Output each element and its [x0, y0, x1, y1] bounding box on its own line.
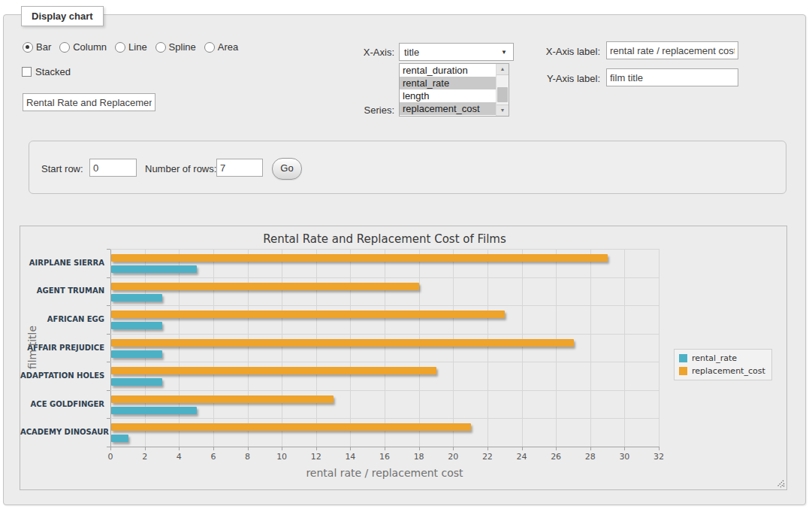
legend-label: replacement_cost	[692, 366, 765, 376]
scrollbar-thumb[interactable]	[497, 87, 508, 102]
stacked-checkbox-row[interactable]: Stacked	[22, 66, 71, 77]
grid-line-vertical	[282, 249, 282, 447]
radio-label: Spline	[169, 41, 196, 53]
radio-icon[interactable]	[115, 42, 125, 53]
series-option-rental_duration[interactable]: rental_duration	[400, 64, 509, 77]
x-axis-line	[110, 447, 659, 447]
resize-grip-icon[interactable]	[775, 478, 785, 488]
x-axis-selected-value: title	[404, 47, 419, 58]
bar-rental_rate[interactable]	[111, 350, 162, 358]
grid-line-vertical	[350, 249, 351, 447]
scroll-up-icon[interactable]: ▲	[497, 64, 509, 75]
bar-replacement_cost[interactable]	[111, 283, 419, 290]
legend-item-replacement_cost[interactable]: replacement_cost	[679, 366, 765, 376]
chart-type-option-column[interactable]: Column	[59, 41, 107, 53]
scroll-down-icon[interactable]: ▼	[497, 105, 509, 116]
radio-label: Bar	[36, 41, 51, 53]
grid-line-horizontal	[110, 334, 659, 335]
grid-line-horizontal	[110, 305, 659, 306]
grid-line-vertical	[179, 249, 180, 447]
grid-line-vertical	[522, 249, 523, 447]
chart-container: Rental Rate and Replacement Cost of Film…	[20, 226, 787, 490]
x-axis-title: rental rate / replacement cost	[110, 467, 659, 479]
bar-replacement_cost[interactable]	[111, 423, 471, 431]
chart-type-option-spline[interactable]: Spline	[155, 41, 196, 53]
bar-rental_rate[interactable]	[111, 294, 162, 301]
radio-label: Line	[128, 41, 147, 53]
grid-line-vertical	[385, 249, 385, 447]
x-tick-label: 32	[647, 452, 670, 462]
start-row-input[interactable]	[89, 159, 137, 177]
legend-label: rental_rate	[692, 353, 737, 363]
go-button[interactable]: Go	[272, 158, 302, 180]
x-tick-mark	[659, 447, 660, 450]
radio-label: Area	[218, 41, 238, 53]
x-tick-label: 26	[545, 452, 567, 462]
grid-line-vertical	[213, 249, 214, 447]
x-tick-label: 8	[237, 452, 259, 462]
x-axis-select-label: X-Axis:	[315, 47, 394, 58]
x-axis-label-label: X-Axis label:	[530, 46, 600, 57]
y-tick-mark	[107, 277, 110, 278]
series-option-rental_rate[interactable]: rental_rate	[400, 77, 509, 89]
series-option-length[interactable]: length	[400, 89, 509, 102]
x-tick-label: 22	[476, 452, 499, 462]
bar-replacement_cost[interactable]	[111, 339, 574, 347]
x-tick-label: 16	[373, 452, 396, 462]
y-axis-label-input[interactable]	[606, 68, 738, 86]
bar-replacement_cost[interactable]	[111, 254, 608, 262]
x-tick-label: 18	[408, 452, 430, 462]
grid-line-vertical	[488, 249, 488, 447]
series-options: rental_durationrental_ratelengthreplacem…	[400, 64, 509, 115]
x-tick-label: 12	[305, 452, 328, 462]
radio-label: Column	[73, 41, 107, 53]
series-multiselect[interactable]: rental_durationrental_ratelengthreplacem…	[399, 63, 509, 117]
y-tick-mark	[107, 447, 110, 447]
x-axis-select[interactable]: title ▼	[399, 43, 514, 61]
stacked-checkbox[interactable]	[22, 67, 32, 77]
chart-type-radio-group: BarColumnLineSplineArea	[23, 41, 238, 53]
y-tick-mark	[107, 418, 110, 419]
series-option-replacement_cost[interactable]: replacement_cost	[400, 102, 509, 115]
radio-icon[interactable]	[204, 42, 215, 53]
chart-type-option-bar[interactable]: Bar	[23, 41, 51, 53]
radio-icon[interactable]	[59, 42, 70, 53]
chart-title-input[interactable]	[23, 93, 155, 111]
series-select-label: Series:	[315, 105, 394, 116]
chart-type-option-area[interactable]: Area	[204, 41, 238, 53]
x-axis-label-input[interactable]	[606, 41, 738, 59]
bar-rental_rate[interactable]	[111, 265, 197, 273]
y-axis-label-label: Y-Axis label:	[530, 73, 600, 84]
x-tick-label: 4	[168, 452, 190, 462]
category-label: ACADEMY DINOSAUR	[20, 428, 104, 436]
row-range-form	[29, 141, 786, 194]
x-tick-label: 2	[134, 452, 156, 462]
chart-legend: rental_ratereplacement_cost	[674, 349, 772, 380]
grid-line-vertical	[248, 249, 249, 447]
dropdown-arrow-icon: ▼	[501, 49, 507, 56]
y-tick-mark	[107, 362, 110, 362]
number-of-rows-input[interactable]	[216, 159, 263, 177]
bar-replacement_cost[interactable]	[111, 395, 334, 403]
bar-rental_rate[interactable]	[111, 435, 128, 442]
chart-type-option-line[interactable]: Line	[115, 41, 147, 53]
grid-line-vertical	[145, 249, 146, 447]
series-scrollbar[interactable]: ▲ ▼	[496, 64, 509, 116]
y-axis-line	[110, 249, 111, 447]
bar-replacement_cost[interactable]	[111, 367, 436, 374]
legend-swatch-icon	[679, 354, 687, 362]
y-axis-title: film title	[26, 272, 38, 423]
bar-replacement_cost[interactable]	[111, 311, 505, 318]
bar-rental_rate[interactable]	[111, 407, 197, 414]
start-row-label: Start row:	[41, 163, 83, 174]
x-tick-label: 24	[511, 452, 533, 462]
legend-item-rental_rate[interactable]: rental_rate	[679, 353, 765, 363]
bar-rental_rate[interactable]	[111, 322, 162, 329]
grid-line-horizontal	[110, 249, 659, 250]
panel-title: Display chart	[21, 6, 104, 26]
radio-icon[interactable]	[23, 42, 33, 53]
grid-line-vertical	[453, 249, 454, 447]
bar-rental_rate[interactable]	[111, 378, 162, 386]
chart-area: Rental Rate and Replacement Cost of Film…	[20, 226, 786, 489]
radio-icon[interactable]	[155, 42, 166, 53]
